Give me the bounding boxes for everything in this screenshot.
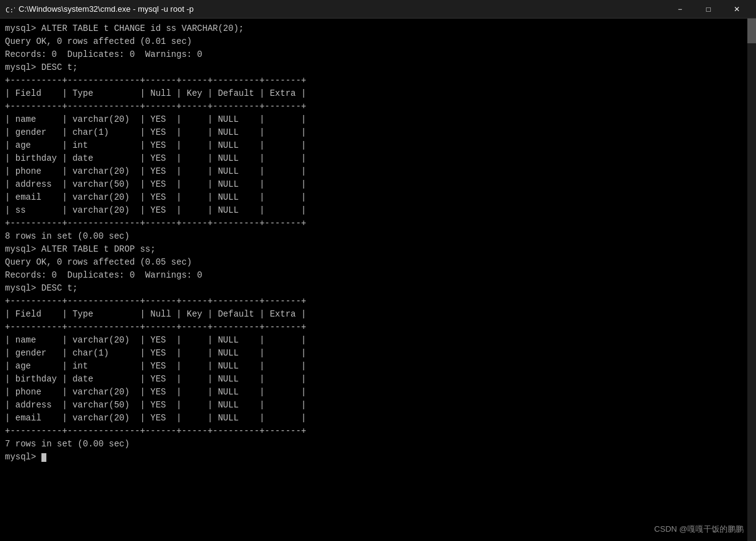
table-line: | address | varchar(50) | YES | | NULL |… xyxy=(5,399,751,412)
table-line: | address | varchar(50) | YES | | NULL |… xyxy=(5,178,751,191)
table-line: | phone | varchar(20) | YES | | NULL | | xyxy=(5,165,751,178)
svg-text:C:\: C:\ xyxy=(6,6,15,14)
prompt-cursor-line: mysql> xyxy=(5,451,751,464)
result-line: Query OK, 0 rows affected (0.01 sec) xyxy=(5,35,751,48)
prompt-line: mysql> ALTER TABLE t CHANGE id ss VARCHA… xyxy=(5,22,751,35)
table-line: +----------+--------------+------+-----+… xyxy=(5,321,751,334)
prompt-line: mysql> DESC t; xyxy=(5,61,751,74)
result-line: 7 rows in set (0.00 sec) xyxy=(5,438,751,451)
table-line: +----------+--------------+------+-----+… xyxy=(5,100,751,113)
table-line: | email | varchar(20) | YES | | NULL | | xyxy=(5,191,751,204)
table-line: | Field | Type | Null | Key | Default | … xyxy=(5,308,751,321)
terminal-content: mysql> ALTER TABLE t CHANGE id ss VARCHA… xyxy=(5,22,751,464)
table-line: | gender | char(1) | YES | | NULL | | xyxy=(5,126,751,139)
close-button[interactable]: ✕ xyxy=(723,0,751,19)
prompt-line: mysql> ALTER TABLE t DROP ss; xyxy=(5,243,751,256)
table-line: | ss | varchar(20) | YES | | NULL | | xyxy=(5,204,751,217)
terminal-body[interactable]: mysql> ALTER TABLE t CHANGE id ss VARCHA… xyxy=(0,19,756,541)
table-line: | birthday | date | YES | | NULL | | xyxy=(5,373,751,386)
result-line: Query OK, 0 rows affected (0.05 sec) xyxy=(5,256,751,269)
cursor xyxy=(41,453,46,462)
cmd-icon: C:\ xyxy=(5,4,15,14)
result-line: Records: 0 Duplicates: 0 Warnings: 0 xyxy=(5,48,751,61)
table-line: | gender | char(1) | YES | | NULL | | xyxy=(5,347,751,360)
table-line: +----------+--------------+------+-----+… xyxy=(5,217,751,230)
result-line: 8 rows in set (0.00 sec) xyxy=(5,230,751,243)
table-line: +----------+--------------+------+-----+… xyxy=(5,74,751,87)
table-line: | age | int | YES | | NULL | | xyxy=(5,360,751,373)
scrollbar[interactable] xyxy=(747,19,756,541)
table-line: | email | varchar(20) | YES | | NULL | | xyxy=(5,412,751,425)
titlebar: C:\ C:\Windows\system32\cmd.exe - mysql … xyxy=(0,0,756,19)
table-line: | birthday | date | YES | | NULL | | xyxy=(5,152,751,165)
scrollbar-thumb[interactable] xyxy=(747,19,756,43)
table-line: +----------+--------------+------+-----+… xyxy=(5,295,751,308)
table-line: | name | varchar(20) | YES | | NULL | | xyxy=(5,113,751,126)
maximize-button[interactable]: □ xyxy=(694,0,723,19)
table-line: | phone | varchar(20) | YES | | NULL | | xyxy=(5,386,751,399)
table-line: | name | varchar(20) | YES | | NULL | | xyxy=(5,334,751,347)
prompt-line: mysql> DESC t; xyxy=(5,282,751,295)
table-line: +----------+--------------+------+-----+… xyxy=(5,425,751,438)
window-title: C:\Windows\system32\cmd.exe - mysql -u r… xyxy=(19,4,666,14)
minimize-button[interactable]: − xyxy=(666,0,694,19)
window-controls: − □ ✕ xyxy=(666,0,751,19)
cmd-window: C:\ C:\Windows\system32\cmd.exe - mysql … xyxy=(0,0,756,541)
table-line: | age | int | YES | | NULL | | xyxy=(5,139,751,152)
watermark: CSDN @嘎嘎干饭的鹏鹏 xyxy=(654,524,744,535)
table-line: | Field | Type | Null | Key | Default | … xyxy=(5,87,751,100)
result-line: Records: 0 Duplicates: 0 Warnings: 0 xyxy=(5,269,751,282)
